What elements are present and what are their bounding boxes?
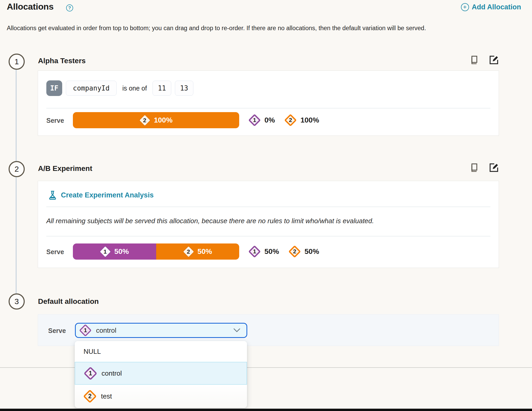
default-allocation-title: Default allocation (38, 297, 99, 306)
serve-label: Serve (46, 117, 64, 124)
step-circle-1: 1 (9, 54, 25, 70)
card-divider (46, 207, 490, 207)
card-divider (46, 236, 490, 236)
rule-operator: is one of (122, 85, 147, 92)
variation-2-diamond-icon: 2 (284, 114, 297, 126)
option-label: NULL (84, 348, 101, 356)
chevron-down-icon (233, 326, 241, 334)
dropdown-option-test[interactable]: 2 test (75, 385, 247, 408)
edit-icon[interactable] (489, 163, 499, 173)
page-title: Allocations (7, 2, 54, 12)
variation-1-diamond-icon: 1 (79, 324, 92, 337)
allocation-1-actions (469, 55, 499, 65)
if-badge: IF (46, 80, 62, 96)
flask-icon (49, 190, 56, 200)
duplicate-icon[interactable] (469, 163, 479, 173)
rule-value-chip: 11 (153, 81, 171, 96)
allocation-2-actions (469, 163, 499, 173)
legend-item-variation-2: 2 100% (285, 116, 319, 125)
default-variation-select[interactable]: 1 control (75, 323, 247, 338)
variation-2-diamond-icon: 2 (83, 389, 97, 403)
no-rules-note: All remaining subjects will be served th… (46, 217, 489, 225)
step-connector-line (16, 62, 17, 302)
legend-item-variation-1: 1 50% (249, 247, 279, 256)
step-circle-3: 3 (9, 293, 25, 310)
card-divider (46, 108, 490, 108)
create-experiment-analysis-link[interactable]: Create Experiment Analysis (49, 190, 154, 200)
option-label: control (102, 369, 122, 377)
allocation-1-split-bar: 2 100% (73, 112, 239, 128)
allocation-1-card: IF companyId is one of 11 13 Serve 2 100… (38, 70, 499, 136)
legend-percent: 50% (264, 247, 279, 256)
serve-label: Serve (46, 248, 64, 256)
legend-item-variation-1: 1 0% (249, 116, 275, 125)
option-label: test (101, 392, 112, 400)
step-circle-2: 2 (9, 161, 25, 177)
dropdown-option-control[interactable]: 1 control (75, 362, 247, 385)
bar-percent: 50% (114, 247, 129, 256)
allocation-1-title: Alpha Testers (38, 57, 86, 65)
selected-variation-label: control (96, 326, 233, 335)
rule-value-chip: 13 (175, 81, 193, 96)
bar-segment-variation-2: 2 100% (73, 112, 239, 128)
allocation-2-split-bar: 1 50% 2 50% (73, 243, 239, 260)
allocation-1-legend: 1 0% 2 100% (249, 112, 319, 128)
variation-dropdown-menu: NULL 1 control 2 test (75, 341, 247, 408)
variation-1-diamond-icon: 1 (99, 246, 111, 258)
allocation-2-title: A/B Experiment (38, 164, 92, 173)
bar-percent: 50% (198, 247, 212, 256)
allocation-2-legend: 1 50% 2 50% (249, 243, 319, 260)
analysis-link-label: Create Experiment Analysis (61, 191, 154, 199)
plus-circle-icon: + (461, 3, 469, 11)
targeting-rule: IF companyId is one of 11 13 (46, 80, 193, 96)
page-description: Allocations get evaluated in order from … (7, 25, 506, 32)
add-allocation-button[interactable]: + Add Allocation (461, 3, 521, 11)
variation-2-diamond-icon: 2 (182, 246, 195, 258)
add-allocation-label: Add Allocation (472, 3, 521, 11)
help-icon[interactable]: ? (66, 4, 73, 11)
bar-percent: 100% (154, 116, 173, 124)
variation-2-diamond-icon: 2 (139, 114, 151, 126)
variation-2-diamond-icon: 2 (288, 245, 301, 258)
window-bottom-edge (0, 409, 532, 411)
legend-item-variation-2: 2 50% (289, 247, 319, 256)
duplicate-icon[interactable] (469, 55, 479, 65)
bar-segment-variation-2: 2 50% (156, 243, 239, 260)
variation-1-diamond-icon: 1 (84, 367, 97, 380)
serve-label: Serve (48, 327, 66, 335)
dropdown-option-null[interactable]: NULL (75, 341, 247, 362)
allocation-2-card: Create Experiment Analysis All remaining… (38, 181, 499, 268)
legend-percent: 100% (300, 116, 319, 124)
legend-percent: 50% (305, 247, 319, 256)
variation-1-diamond-icon: 1 (248, 245, 261, 258)
bar-segment-variation-1: 1 50% (73, 243, 156, 260)
legend-percent: 0% (264, 116, 275, 124)
rule-attribute-chip: companyId (66, 81, 117, 96)
edit-icon[interactable] (489, 55, 499, 65)
variation-1-diamond-icon: 1 (248, 114, 261, 126)
